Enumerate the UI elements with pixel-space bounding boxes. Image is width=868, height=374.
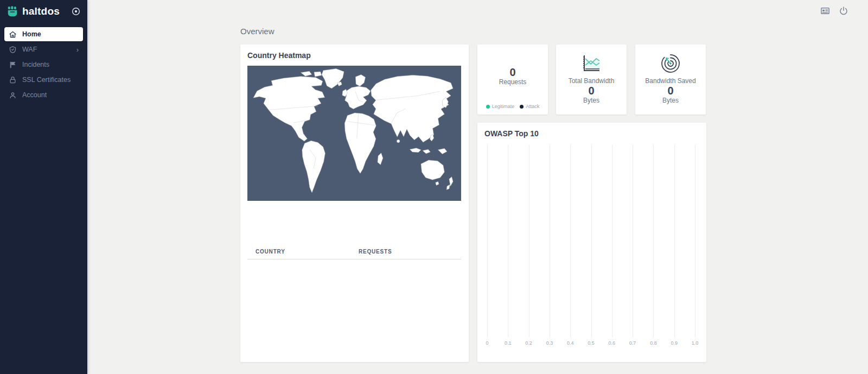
legend-label: Legitimate <box>492 104 515 109</box>
requests-legend: Legitimate Attack <box>477 104 548 109</box>
attack-dot-icon <box>520 105 524 109</box>
x-axis-tick: 0.7 <box>629 340 636 346</box>
column-header-country: COUNTRY <box>256 249 359 255</box>
gridline <box>487 145 488 337</box>
sidebar-item-incidents[interactable]: Incidents <box>4 58 83 72</box>
gridline <box>612 145 612 337</box>
total-bandwidth-unit: Bytes <box>583 97 599 104</box>
sidebar-item-label: Home <box>22 30 79 38</box>
gridline <box>591 145 592 337</box>
requests-label: Requests <box>499 78 527 86</box>
x-axis-tick: 0.3 <box>546 340 553 346</box>
gridline <box>633 145 633 337</box>
bandwidth-saved-label: Bandwidth Saved <box>645 77 695 85</box>
contact-card-icon[interactable] <box>820 6 830 16</box>
sidebar-item-label: Account <box>22 91 79 99</box>
sidebar-item-ssl-certificates[interactable]: SSL Certificates <box>4 73 83 87</box>
heatmap-table-header: COUNTRY REQUESTS <box>247 246 461 259</box>
column-header-requests: REQUESTS <box>359 249 392 255</box>
home-icon <box>9 30 17 39</box>
gridline <box>695 145 695 337</box>
requests-value: 0 <box>509 66 515 78</box>
x-axis-tick: 0.5 <box>588 340 595 346</box>
app: haltdos Home <box>0 0 868 374</box>
shield-check-icon <box>9 46 17 54</box>
gridline <box>529 145 529 337</box>
x-axis-tick: 0.9 <box>671 340 678 346</box>
world-heatmap[interactable] <box>247 66 461 201</box>
brand: haltdos <box>0 0 87 23</box>
x-axis-tick: 0.4 <box>567 340 574 346</box>
bandwidth-saved-unit: Bytes <box>662 97 679 104</box>
total-bandwidth-card: Total Bandwidth 0 Bytes <box>556 45 627 115</box>
sidebar-menu: Home WAF › Inc <box>0 23 87 107</box>
gridline <box>653 145 654 337</box>
bandwidth-saved-card: Bandwidth Saved 0 Bytes <box>635 45 706 115</box>
legend-item-legitimate: Legitimate <box>486 104 515 109</box>
x-axis-tick: 0.6 <box>609 340 616 346</box>
x-axis-tick: 1.0 <box>692 340 699 346</box>
requests-stat-card: 0 Requests Legitimate Attack <box>477 45 548 115</box>
chevron-right-icon: › <box>76 46 79 53</box>
person-icon <box>9 91 17 99</box>
page-title: Overview <box>240 27 275 36</box>
heatmap-card-title: Country Heatmap <box>247 51 462 60</box>
lock-icon <box>9 76 17 84</box>
gridline <box>674 145 675 337</box>
topbar-actions <box>820 6 848 16</box>
sidebar-item-label: Incidents <box>22 61 79 68</box>
gridline <box>508 145 508 337</box>
total-bandwidth-label: Total Bandwidth <box>569 77 615 85</box>
legitimate-dot-icon <box>486 105 490 109</box>
brand-name: haltdos <box>22 5 71 17</box>
radar-icon <box>659 52 682 75</box>
x-axis-tick: 0.2 <box>525 340 532 346</box>
x-axis-tick: 0.1 <box>505 340 512 346</box>
sidebar-item-label: SSL Certificates <box>22 76 79 84</box>
country-heatmap-card: Country Heatmap <box>240 45 469 362</box>
legend-label: Attack <box>526 104 539 109</box>
legend-item-attack: Attack <box>520 104 539 109</box>
x-axis-tick: 0.8 <box>650 340 657 346</box>
haltdos-logo-icon <box>7 5 18 17</box>
target-icon[interactable] <box>71 7 81 16</box>
flag-icon <box>9 61 17 69</box>
owasp-card-title: OWASP Top 10 <box>484 129 699 138</box>
area-chart-icon <box>580 52 603 75</box>
sidebar-item-waf[interactable]: WAF › <box>4 42 83 56</box>
sidebar-item-label: WAF <box>22 46 76 53</box>
sidebar-item-account[interactable]: Account <box>4 88 83 102</box>
owasp-top10-card: OWASP Top 10 0 0.1 0.2 0.3 0.4 0.5 0.6 0… <box>477 123 706 362</box>
sidebar-item-home[interactable]: Home <box>4 27 83 41</box>
owasp-chart-plot: 0 0.1 0.2 0.3 0.4 0.5 0.6 0.7 0.8 0.9 1.… <box>487 145 695 337</box>
world-map-svg <box>247 66 461 201</box>
gridline <box>550 145 550 337</box>
power-icon[interactable] <box>839 6 848 16</box>
bandwidth-saved-value: 0 <box>667 85 673 97</box>
sidebar: haltdos Home <box>0 0 87 374</box>
gridline <box>570 145 571 337</box>
total-bandwidth-value: 0 <box>588 85 594 97</box>
x-axis-tick: 0 <box>486 340 488 346</box>
